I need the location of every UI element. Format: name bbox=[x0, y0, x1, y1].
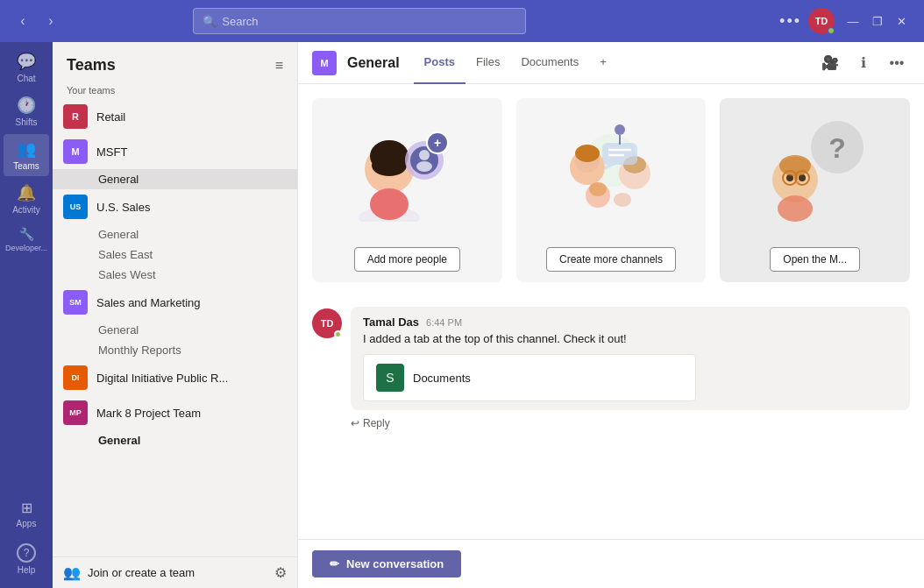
activity-icon: 🔔 bbox=[17, 183, 36, 202]
more-options-button[interactable]: ••• bbox=[779, 12, 801, 31]
create-channels-card: Create more channels bbox=[516, 98, 707, 282]
close-button[interactable]: ✕ bbox=[891, 10, 913, 32]
channel-header-right: 🎥 ℹ ••• bbox=[817, 50, 910, 76]
chat-icon: 💬 bbox=[17, 52, 36, 71]
svg-point-24 bbox=[589, 182, 607, 196]
team-item-salesmarketing[interactable]: SM Sales and Marketing ••• bbox=[53, 285, 297, 320]
section-label: Your teams bbox=[53, 81, 297, 99]
channel-item-mark8-general[interactable]: General bbox=[53, 430, 297, 450]
tab-posts[interactable]: Posts bbox=[414, 42, 466, 84]
add-people-button[interactable]: Add more people bbox=[354, 247, 460, 272]
team-avatar-digitalinitiative: DI bbox=[63, 365, 88, 390]
channel-item-msft-general[interactable]: General bbox=[53, 169, 297, 189]
join-team-button[interactable]: 👥 Join or create a team bbox=[63, 564, 195, 581]
online-indicator bbox=[828, 27, 835, 34]
svg-point-35 bbox=[779, 155, 811, 176]
svg-point-8 bbox=[416, 161, 432, 172]
sidebar-item-teams[interactable]: 👥 Teams bbox=[4, 134, 49, 176]
sidebar-item-apps[interactable]: ⊞ Apps bbox=[4, 494, 49, 534]
svg-text:+: + bbox=[434, 136, 441, 150]
channel-name-mark8-general: General bbox=[98, 434, 140, 447]
message-avatar: TD bbox=[312, 308, 342, 338]
more-options-channel-button[interactable]: ••• bbox=[884, 50, 910, 76]
message-text: I added a tab at the top of this channel… bbox=[363, 332, 898, 345]
info-button[interactable]: ℹ bbox=[850, 50, 877, 76]
add-people-illustration: + bbox=[350, 112, 464, 226]
user-avatar[interactable]: TD bbox=[808, 8, 835, 34]
open-the-button[interactable]: Open the M... bbox=[770, 247, 860, 272]
channel-item-ussales-general[interactable]: General bbox=[53, 224, 297, 244]
reply-icon: ↩ bbox=[351, 417, 359, 429]
sidebar-header: Teams ≡ bbox=[53, 42, 297, 81]
add-people-svg: + bbox=[350, 117, 464, 222]
settings-icon[interactable]: ⚙ bbox=[274, 564, 287, 581]
shifts-icon: 🕐 bbox=[17, 96, 36, 115]
sidebar-item-activity[interactable]: 🔔 Activity bbox=[4, 178, 49, 220]
attachment-icon: S bbox=[376, 364, 404, 392]
team-item-ussales[interactable]: US U.S. Sales ••• bbox=[53, 189, 297, 224]
team-item-msft[interactable]: M MSFT ••• bbox=[53, 134, 297, 169]
attachment-name: Documents bbox=[413, 372, 471, 385]
svg-point-21 bbox=[615, 124, 625, 135]
create-channels-button[interactable]: Create more channels bbox=[546, 247, 676, 272]
open-the-illustration: ? bbox=[758, 112, 872, 226]
sidebar-item-developer-label: Developer... bbox=[5, 244, 47, 252]
svg-text:?: ? bbox=[828, 132, 846, 164]
open-the-svg: ? bbox=[758, 117, 872, 222]
team-name-mark8: Mark 8 Project Team bbox=[96, 407, 263, 420]
team-name-msft: MSFT bbox=[96, 145, 263, 159]
search-input[interactable] bbox=[222, 15, 516, 28]
tab-add[interactable]: + bbox=[589, 42, 617, 84]
titlebar-right: ••• TD — ❐ ✕ bbox=[779, 8, 913, 34]
channel-header: M General Posts Files Documents + 🎥 ℹ bbox=[298, 42, 924, 84]
channel-header-avatar: M bbox=[312, 51, 337, 75]
reply-button[interactable]: ↩ Reply bbox=[351, 417, 910, 429]
create-channels-illustration bbox=[554, 112, 668, 226]
sidebar-item-help-label: Help bbox=[18, 565, 36, 575]
svg-rect-17 bbox=[602, 143, 637, 165]
teams-sidebar: Teams ≡ Your teams R Retail ••• M MSFT •… bbox=[53, 42, 298, 588]
sidebar-item-help[interactable]: ? Help bbox=[4, 538, 49, 580]
rail-bottom: ? Help bbox=[0, 535, 53, 588]
content-area: + Add more people bbox=[298, 84, 924, 539]
developer-icon: 🔧 bbox=[19, 227, 34, 241]
attachment-card[interactable]: S Documents bbox=[363, 354, 696, 401]
svg-point-4 bbox=[370, 188, 409, 220]
message-area: TD Tamal Das 6:44 PM I added a tab at th… bbox=[312, 300, 910, 436]
channel-name-ussales-west: Sales West bbox=[98, 268, 156, 281]
sidebar-item-shifts[interactable]: 🕐 Shifts bbox=[4, 90, 49, 132]
channel-item-sm-general[interactable]: General bbox=[53, 320, 297, 340]
channel-tabs: Posts Files Documents + bbox=[414, 42, 617, 84]
filter-icon[interactable]: ≡ bbox=[275, 58, 283, 74]
illustration-banner: + Add more people bbox=[312, 98, 910, 282]
maximize-button[interactable]: ❐ bbox=[866, 10, 889, 32]
apps-icon: ⊞ bbox=[21, 499, 32, 516]
team-item-digitalinitiative[interactable]: DI Digital Initiative Public R... ••• bbox=[53, 360, 297, 395]
team-avatar-retail: R bbox=[63, 104, 88, 129]
tab-documents[interactable]: Documents bbox=[510, 42, 589, 84]
help-icon: ? bbox=[17, 543, 36, 563]
sidebar-item-chat[interactable]: 💬 Chat bbox=[4, 46, 49, 89]
team-item-mark8[interactable]: MP Mark 8 Project Team ••• bbox=[53, 395, 297, 430]
new-conversation-button[interactable]: ✏ New conversation bbox=[312, 550, 461, 577]
channel-item-ussales-west[interactable]: Sales West bbox=[53, 265, 297, 285]
team-avatar-mark8: MP bbox=[63, 400, 88, 425]
video-call-button[interactable]: 🎥 bbox=[817, 50, 843, 76]
join-team-label: Join or create a team bbox=[88, 566, 195, 579]
message-body: Tamal Das 6:44 PM I added a tab at the t… bbox=[351, 307, 910, 429]
back-button[interactable]: ‹ bbox=[11, 9, 35, 33]
team-item-retail[interactable]: R Retail ••• bbox=[53, 99, 297, 134]
create-channels-svg bbox=[554, 117, 668, 222]
icon-rail: 💬 Chat 🕐 Shifts 👥 Teams 🔔 Activity 🔧 Dev… bbox=[0, 42, 53, 588]
channel-name-ussales-east: Sales East bbox=[98, 248, 153, 261]
channel-item-ussales-east[interactable]: Sales East bbox=[53, 244, 297, 265]
main-layout: 💬 Chat 🕐 Shifts 👥 Teams 🔔 Activity 🔧 Dev… bbox=[0, 42, 924, 588]
sidebar-item-developer[interactable]: 🔧 Developer... bbox=[4, 222, 49, 258]
channel-header-name: General bbox=[347, 55, 400, 71]
tab-files[interactable]: Files bbox=[466, 42, 510, 84]
sidebar-item-apps-label: Apps bbox=[17, 519, 37, 528]
message-bubble: Tamal Das 6:44 PM I added a tab at the t… bbox=[351, 307, 910, 410]
forward-button[interactable]: › bbox=[39, 9, 63, 33]
channel-item-sm-monthly[interactable]: Monthly Reports bbox=[53, 340, 297, 360]
minimize-button[interactable]: — bbox=[842, 10, 864, 32]
